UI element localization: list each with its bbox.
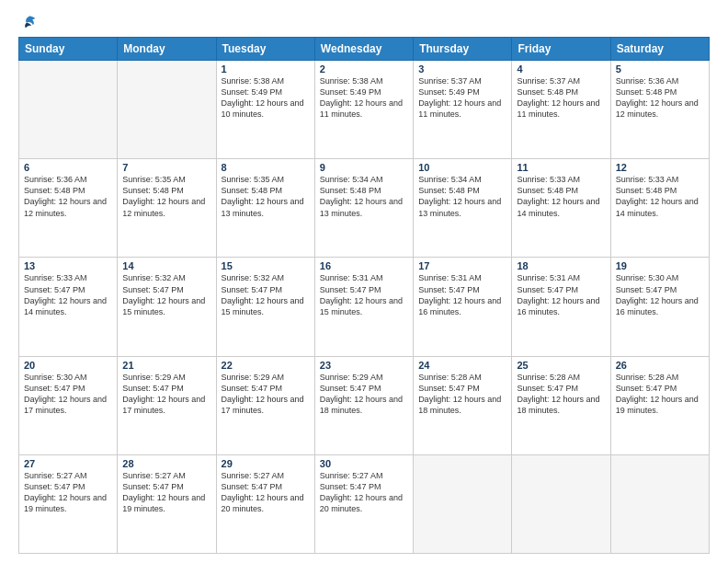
calendar-cell: 20Sunrise: 5:30 AM Sunset: 5:47 PM Dayli… (19, 356, 118, 454)
weekday-header-sunday: Sunday (19, 38, 118, 61)
day-detail: Sunrise: 5:38 AM Sunset: 5:49 PM Dayligh… (320, 75, 408, 121)
calendar-cell: 1Sunrise: 5:38 AM Sunset: 5:49 PM Daylig… (216, 61, 314, 159)
day-number: 11 (517, 162, 605, 173)
day-number: 1 (222, 63, 310, 75)
day-detail: Sunrise: 5:37 AM Sunset: 5:48 PM Dayligh… (517, 75, 605, 121)
calendar-cell: 28Sunrise: 5:27 AM Sunset: 5:47 PM Dayli… (118, 454, 216, 553)
day-number: 25 (517, 360, 605, 371)
day-number: 8 (222, 162, 310, 173)
calendar-cell: 13Sunrise: 5:33 AM Sunset: 5:47 PM Dayli… (19, 258, 118, 356)
calendar-cell (610, 454, 709, 553)
logo (18, 15, 39, 29)
calendar-week-row: 20Sunrise: 5:30 AM Sunset: 5:47 PM Dayli… (19, 356, 710, 454)
weekday-header-tuesday: Tuesday (216, 38, 314, 61)
calendar-cell: 8Sunrise: 5:35 AM Sunset: 5:48 PM Daylig… (216, 159, 314, 258)
calendar-cell: 16Sunrise: 5:31 AM Sunset: 5:47 PM Dayli… (314, 258, 413, 356)
day-number: 19 (616, 260, 704, 271)
weekday-header-friday: Friday (512, 38, 610, 61)
day-number: 23 (320, 360, 408, 371)
calendar-table: SundayMondayTuesdayWednesdayThursdayFrid… (18, 37, 710, 554)
day-number: 29 (222, 458, 310, 469)
day-detail: Sunrise: 5:28 AM Sunset: 5:47 PM Dayligh… (517, 372, 605, 417)
day-number: 14 (122, 260, 210, 271)
calendar-cell: 24Sunrise: 5:28 AM Sunset: 5:47 PM Dayli… (414, 356, 512, 454)
day-number: 6 (24, 162, 112, 173)
day-number: 12 (616, 162, 704, 173)
day-number: 28 (122, 458, 210, 469)
day-detail: Sunrise: 5:32 AM Sunset: 5:47 PM Dayligh… (122, 272, 210, 317)
day-detail: Sunrise: 5:27 AM Sunset: 5:47 PM Dayligh… (122, 470, 210, 515)
calendar-cell: 9Sunrise: 5:34 AM Sunset: 5:48 PM Daylig… (314, 159, 413, 258)
weekday-header-thursday: Thursday (414, 38, 512, 61)
day-detail: Sunrise: 5:30 AM Sunset: 5:47 PM Dayligh… (24, 372, 112, 417)
day-detail: Sunrise: 5:27 AM Sunset: 5:47 PM Dayligh… (222, 470, 310, 515)
day-detail: Sunrise: 5:29 AM Sunset: 5:47 PM Dayligh… (222, 372, 310, 417)
calendar-cell: 18Sunrise: 5:31 AM Sunset: 5:47 PM Dayli… (512, 258, 610, 356)
day-detail: Sunrise: 5:36 AM Sunset: 5:48 PM Dayligh… (616, 75, 704, 121)
day-number: 21 (122, 360, 210, 371)
day-number: 13 (24, 260, 112, 271)
day-detail: Sunrise: 5:35 AM Sunset: 5:48 PM Dayligh… (122, 174, 210, 219)
day-number: 3 (418, 63, 506, 75)
day-number: 7 (122, 162, 210, 173)
day-detail: Sunrise: 5:35 AM Sunset: 5:48 PM Dayligh… (222, 174, 310, 219)
day-number: 27 (24, 458, 112, 469)
day-number: 17 (418, 260, 506, 271)
calendar-cell: 2Sunrise: 5:38 AM Sunset: 5:49 PM Daylig… (314, 61, 413, 159)
day-detail: Sunrise: 5:33 AM Sunset: 5:48 PM Dayligh… (616, 174, 704, 219)
day-detail: Sunrise: 5:28 AM Sunset: 5:47 PM Dayligh… (418, 372, 506, 417)
day-detail: Sunrise: 5:31 AM Sunset: 5:47 PM Dayligh… (320, 272, 408, 317)
day-detail: Sunrise: 5:33 AM Sunset: 5:47 PM Dayligh… (24, 272, 112, 317)
day-detail: Sunrise: 5:31 AM Sunset: 5:47 PM Dayligh… (517, 272, 605, 317)
calendar-cell: 23Sunrise: 5:29 AM Sunset: 5:47 PM Dayli… (314, 356, 413, 454)
calendar-cell: 26Sunrise: 5:28 AM Sunset: 5:47 PM Dayli… (610, 356, 709, 454)
page: SundayMondayTuesdayWednesdayThursdayFrid… (0, 0, 728, 563)
weekday-header-monday: Monday (118, 38, 216, 61)
calendar-cell: 11Sunrise: 5:33 AM Sunset: 5:48 PM Dayli… (512, 159, 610, 258)
day-number: 9 (320, 162, 408, 173)
day-number: 10 (418, 162, 506, 173)
calendar-cell: 15Sunrise: 5:32 AM Sunset: 5:47 PM Dayli… (216, 258, 314, 356)
day-detail: Sunrise: 5:29 AM Sunset: 5:47 PM Dayligh… (320, 372, 408, 417)
calendar-cell: 22Sunrise: 5:29 AM Sunset: 5:47 PM Dayli… (216, 356, 314, 454)
calendar-cell: 21Sunrise: 5:29 AM Sunset: 5:47 PM Dayli… (118, 356, 216, 454)
day-detail: Sunrise: 5:37 AM Sunset: 5:49 PM Dayligh… (418, 75, 506, 121)
day-detail: Sunrise: 5:34 AM Sunset: 5:48 PM Dayligh… (418, 174, 506, 219)
calendar-cell (512, 454, 610, 553)
calendar-cell: 30Sunrise: 5:27 AM Sunset: 5:47 PM Dayli… (314, 454, 413, 553)
calendar-cell: 3Sunrise: 5:37 AM Sunset: 5:49 PM Daylig… (414, 61, 512, 159)
calendar-header-row: SundayMondayTuesdayWednesdayThursdayFrid… (19, 38, 710, 61)
day-number: 22 (222, 360, 310, 371)
calendar-cell: 17Sunrise: 5:31 AM Sunset: 5:47 PM Dayli… (414, 258, 512, 356)
weekday-header-wednesday: Wednesday (314, 38, 413, 61)
day-number: 26 (616, 360, 704, 371)
day-detail: Sunrise: 5:28 AM Sunset: 5:47 PM Dayligh… (616, 372, 704, 417)
calendar-cell: 12Sunrise: 5:33 AM Sunset: 5:48 PM Dayli… (610, 159, 709, 258)
day-detail: Sunrise: 5:30 AM Sunset: 5:47 PM Dayligh… (616, 272, 704, 317)
day-detail: Sunrise: 5:27 AM Sunset: 5:47 PM Dayligh… (320, 470, 408, 515)
day-detail: Sunrise: 5:33 AM Sunset: 5:48 PM Dayligh… (517, 174, 605, 219)
calendar-week-row: 27Sunrise: 5:27 AM Sunset: 5:47 PM Dayli… (19, 454, 710, 553)
day-number: 20 (24, 360, 112, 371)
day-detail: Sunrise: 5:38 AM Sunset: 5:49 PM Dayligh… (222, 75, 310, 121)
calendar-cell: 6Sunrise: 5:36 AM Sunset: 5:48 PM Daylig… (19, 159, 118, 258)
calendar-cell: 10Sunrise: 5:34 AM Sunset: 5:48 PM Dayli… (414, 159, 512, 258)
calendar-cell: 29Sunrise: 5:27 AM Sunset: 5:47 PM Dayli… (216, 454, 314, 553)
logo-bird-icon (22, 15, 37, 29)
day-detail: Sunrise: 5:34 AM Sunset: 5:48 PM Dayligh… (320, 174, 408, 219)
day-detail: Sunrise: 5:31 AM Sunset: 5:47 PM Dayligh… (418, 272, 506, 317)
calendar-cell: 14Sunrise: 5:32 AM Sunset: 5:47 PM Dayli… (118, 258, 216, 356)
day-number: 15 (222, 260, 310, 271)
day-number: 5 (616, 63, 704, 75)
day-number: 24 (418, 360, 506, 371)
calendar-cell (19, 61, 118, 159)
day-number: 4 (517, 63, 605, 75)
calendar-cell (414, 454, 512, 553)
day-number: 18 (517, 260, 605, 271)
day-number: 2 (320, 63, 408, 75)
calendar-cell: 4Sunrise: 5:37 AM Sunset: 5:48 PM Daylig… (512, 61, 610, 159)
calendar-cell: 5Sunrise: 5:36 AM Sunset: 5:48 PM Daylig… (610, 61, 709, 159)
calendar-cell: 7Sunrise: 5:35 AM Sunset: 5:48 PM Daylig… (118, 159, 216, 258)
weekday-header-saturday: Saturday (610, 38, 709, 61)
day-detail: Sunrise: 5:36 AM Sunset: 5:48 PM Dayligh… (24, 174, 112, 219)
